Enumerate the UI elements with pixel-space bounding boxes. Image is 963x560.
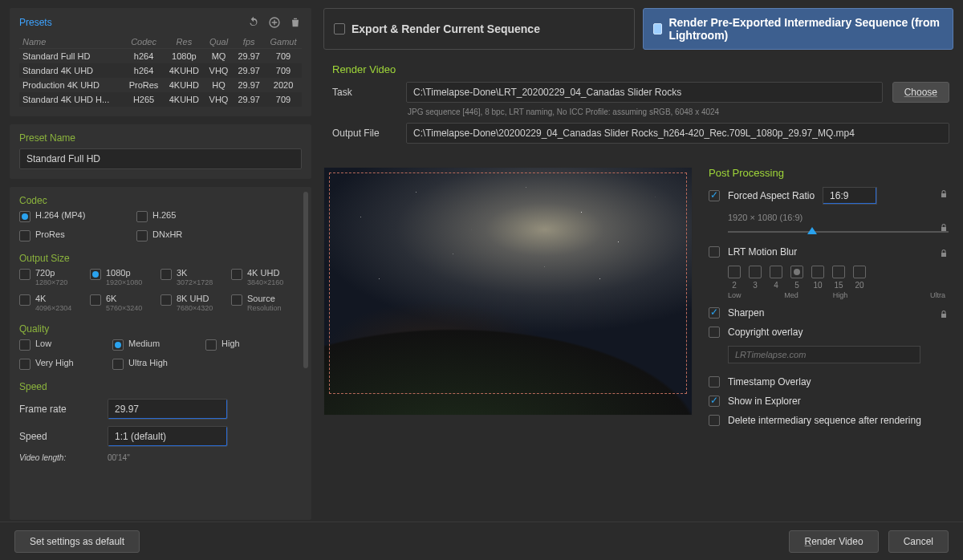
speed-input[interactable] xyxy=(108,426,228,447)
presets-panel: Presets Name Codec Res Qual fps Gamut St… xyxy=(10,8,311,116)
video-length-label: Video length: xyxy=(19,453,98,462)
refresh-icon[interactable] xyxy=(247,16,260,29)
codec-dnxhr-radio[interactable] xyxy=(136,230,148,241)
quality-vhigh-radio[interactable] xyxy=(19,359,30,370)
preset-name-panel: Preset Name xyxy=(10,124,311,179)
settings-scrollbar[interactable] xyxy=(303,192,308,368)
delete-intermediary-check[interactable] xyxy=(709,415,720,426)
aspect-slider-thumb[interactable] xyxy=(807,227,817,234)
codec-prores-radio[interactable] xyxy=(19,230,30,241)
delete-intermediary-label: Delete intermediary sequence after rende… xyxy=(728,415,921,426)
timestamp-label: Timestamp Overlay xyxy=(728,376,811,388)
forced-aspect-check[interactable] xyxy=(709,190,720,201)
size-4kuhd-radio[interactable] xyxy=(231,269,242,280)
task-label: Task xyxy=(332,87,396,98)
size-8kuhd-radio[interactable] xyxy=(160,294,172,306)
task-info: JPG sequence [446], 8 bpc, LRT naming, N… xyxy=(408,108,949,116)
copyright-input[interactable] xyxy=(728,346,920,363)
size-3k-radio[interactable] xyxy=(160,269,172,280)
frame-rate-label: Frame rate xyxy=(19,404,98,415)
motion-blur-2[interactable] xyxy=(728,266,741,278)
settings-panel: Codec H.264 (MP4) H.265 ProRes DNxHR Out… xyxy=(10,187,311,520)
forced-aspect-label: Forced Aspect Ratio xyxy=(728,190,815,201)
tab-render-label: Render Pre-Exported Intermediary Sequenc… xyxy=(668,16,943,42)
table-row[interactable]: Standard 4K UHDh2644KUHDVHQ29.97709 xyxy=(19,63,302,78)
video-length-value: 00'14" xyxy=(108,453,130,462)
aspect-dims-note: 1920 × 1080 (16:9) xyxy=(728,213,949,222)
output-size-label: Output Size xyxy=(19,253,297,264)
col-name[interactable]: Name xyxy=(19,35,124,49)
footer-bar: Set settings as default Render Video Can… xyxy=(0,521,963,560)
output-file-input[interactable] xyxy=(406,123,949,144)
size-6k-radio[interactable] xyxy=(90,294,101,306)
lock-icon xyxy=(939,309,949,320)
quality-high-radio[interactable] xyxy=(205,339,217,351)
post-processing-title: Post Processing xyxy=(709,167,949,179)
safe-area-overlay xyxy=(329,172,687,394)
tab-export-render[interactable]: Export & Render Current Sequence xyxy=(323,8,635,50)
size-1080p-radio[interactable] xyxy=(90,269,101,280)
lock-icon xyxy=(939,222,949,233)
codec-h265-radio[interactable] xyxy=(136,211,148,222)
output-file-label: Output File xyxy=(332,128,396,139)
aspect-slider[interactable] xyxy=(728,225,949,238)
task-input[interactable] xyxy=(406,82,883,103)
motion-blur-20[interactable] xyxy=(853,266,866,278)
tab-row: Export & Render Current Sequence Render … xyxy=(323,8,953,50)
render-video-group: Render Video Task Choose JPG sequence [4… xyxy=(323,58,953,160)
tab-export-label: Export & Render Current Sequence xyxy=(351,22,540,35)
speed-label: Speed xyxy=(19,381,297,392)
quality-label: Quality xyxy=(19,323,297,335)
motion-blur-10[interactable] xyxy=(811,266,824,278)
codec-label: Codec xyxy=(19,195,297,206)
right-column: Export & Render Current Sequence Render … xyxy=(323,8,953,520)
motion-blur-3[interactable] xyxy=(749,266,762,278)
copyright-check[interactable] xyxy=(709,327,720,338)
col-codec[interactable]: Codec xyxy=(124,35,164,49)
add-preset-icon[interactable] xyxy=(268,16,281,29)
show-explorer-check[interactable] xyxy=(709,396,720,407)
preview-pane xyxy=(323,167,693,416)
size-4k-radio[interactable] xyxy=(19,294,30,306)
choose-button[interactable]: Choose xyxy=(892,82,949,103)
col-res[interactable]: Res xyxy=(164,35,205,49)
sharpen-label: Sharpen xyxy=(728,307,764,319)
size-720p-radio[interactable] xyxy=(19,269,30,280)
table-row[interactable]: Standard 4K UHD H...H2654KUHDVHQ29.97709 xyxy=(19,92,302,107)
size-source-radio[interactable] xyxy=(231,294,242,306)
post-processing-panel: Post Processing Forced Aspect Ratio 1920… xyxy=(704,167,953,520)
render-video-button[interactable]: Render Video xyxy=(789,530,878,553)
lock-icon xyxy=(939,189,949,200)
table-row[interactable]: Production 4K UHDProRes4KUHDHQ29.972020 xyxy=(19,78,302,92)
aspect-ratio-input[interactable] xyxy=(823,187,877,205)
motion-blur-5[interactable] xyxy=(790,266,803,278)
save-default-button[interactable]: Set settings as default xyxy=(14,530,140,553)
sharpen-check[interactable] xyxy=(709,307,720,319)
motion-blur-4[interactable] xyxy=(770,266,782,278)
tab-render-checkbox-icon xyxy=(653,23,663,34)
motion-blur-15[interactable] xyxy=(832,266,845,278)
copyright-label: Copyright overlay xyxy=(728,327,802,338)
render-video-title: Render Video xyxy=(332,63,949,75)
tab-render-intermediary[interactable]: Render Pre-Exported Intermediary Sequenc… xyxy=(643,8,954,50)
left-column: Presets Name Codec Res Qual fps Gamut St… xyxy=(10,8,311,520)
lock-icon xyxy=(939,248,949,259)
frame-rate-input[interactable] xyxy=(108,399,228,420)
app-root: Presets Name Codec Res Qual fps Gamut St… xyxy=(0,0,963,520)
motion-blur-label: LRT Motion Blur xyxy=(728,246,797,258)
delete-preset-icon[interactable] xyxy=(289,16,302,29)
presets-title[interactable]: Presets xyxy=(19,17,52,28)
motion-blur-check[interactable] xyxy=(709,246,720,258)
quality-medium-radio[interactable] xyxy=(112,339,124,351)
quality-uhigh-radio[interactable] xyxy=(112,359,124,370)
col-qual[interactable]: Qual xyxy=(205,35,234,49)
col-fps[interactable]: fps xyxy=(233,35,265,49)
col-gamut[interactable]: Gamut xyxy=(265,35,302,49)
codec-h264-radio[interactable] xyxy=(19,211,30,222)
quality-low-radio[interactable] xyxy=(19,339,30,351)
cancel-button[interactable]: Cancel xyxy=(888,530,949,553)
table-row[interactable]: Standard Full HDh2641080pMQ29.97709 xyxy=(19,49,302,64)
preset-name-input[interactable] xyxy=(19,148,302,169)
timestamp-check[interactable] xyxy=(709,376,720,388)
presets-table: Name Codec Res Qual fps Gamut Standard F… xyxy=(19,35,302,107)
